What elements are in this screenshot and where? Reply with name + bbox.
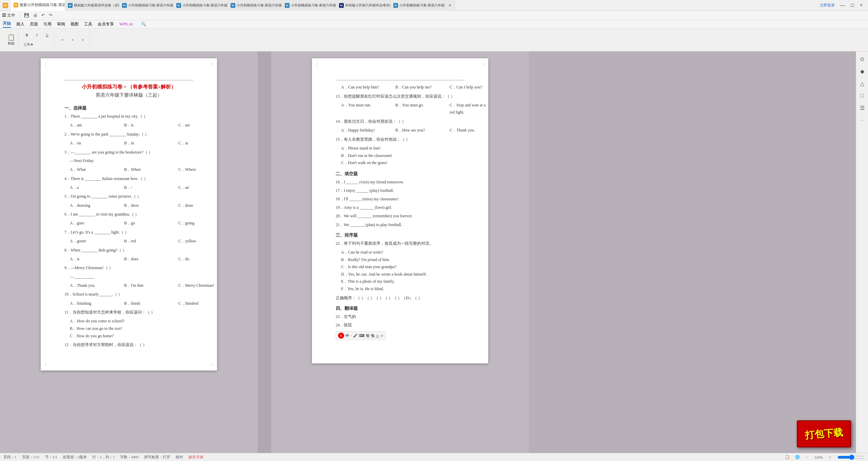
toolbar-undo[interactable]: ↶ [41, 13, 45, 18]
ribbon-paste[interactable]: 📋 粘贴 [6, 31, 16, 49]
sougou-mic[interactable]: 🎤 [353, 334, 358, 338]
status-section: 节：1/1 [45, 455, 57, 460]
sougou-triangle[interactable]: △ [376, 334, 379, 338]
menu-huiyuan[interactable]: 会员专享 [98, 21, 114, 27]
ribbon-font-size[interactable]: 三号▼ [22, 40, 35, 49]
right-panel-icon-5[interactable]: ☰ [857, 103, 867, 113]
question-12: 12．当你想寻求对方帮助时，你应该说：（ ） [64, 342, 193, 348]
tab-2[interactable]: W 模拟版六年级英语毕业卷（含答... [65, 0, 119, 11]
tab-icon-3: W [122, 3, 127, 8]
tab-1[interactable]: W 最新小升初模拟练习卷-英语-... × [11, 0, 65, 11]
tab-add[interactable]: + [445, 0, 455, 11]
sougou-inline-bar[interactable]: S 中 · 🎤 ⌨ 智 兔 △ ☆ [336, 331, 386, 340]
question-10: 10．School is nearly ______.（ ） [64, 291, 193, 298]
zoom-slider[interactable] [837, 455, 865, 460]
sougou-chinese[interactable]: 中 [346, 333, 349, 338]
view-normal[interactable]: 📄 [775, 455, 780, 459]
sougou-logo: S [338, 333, 344, 339]
toolbar-save[interactable]: 💾 [24, 13, 29, 18]
translate-q24: 24．医院 [336, 322, 465, 328]
tab-7[interactable]: W 外研版小升初六年级毕业考试卷.doc... [336, 0, 391, 11]
toolbar-file[interactable]: ☰ 文件 [2, 13, 15, 18]
close-btn[interactable]: × [857, 1, 865, 9]
tab-icon-6: W [285, 3, 290, 8]
right-panel-icon-6[interactable]: ··· [857, 115, 867, 125]
right-panel-icon-4[interactable]: □ [857, 91, 867, 100]
q3-options: A．What B．When C．Where [70, 166, 193, 174]
tab-3[interactable]: W 小升初模拟练习卷-英语六年级下册... [119, 0, 174, 11]
zoom-out[interactable]: － [805, 455, 809, 460]
tab-icon-7: W [339, 3, 344, 8]
q10-options: A．finishing B．finish C．finished [70, 300, 193, 307]
ribbon-align-center[interactable]: ≡ [68, 36, 77, 44]
tab-6[interactable]: W 小升初模拟练习卷-英语六年级下册... [282, 0, 336, 11]
sougou-keyboard[interactable]: ⌨ [359, 334, 364, 338]
register-btn[interactable]: 立即登录 [818, 2, 837, 8]
question-1: 1．There ________ a pet hospital in my ci… [64, 113, 193, 120]
sougou-rabbit[interactable]: 兔 [371, 333, 375, 338]
menu-kaishi[interactable]: 开始 [3, 21, 11, 28]
q5-options: A．drawing B．drew C．draw [70, 202, 193, 209]
menu-charu[interactable]: 插入 [16, 21, 24, 27]
ribbon-italic[interactable]: I [32, 31, 42, 40]
section-1-title: 一、选择题 [64, 105, 193, 111]
question-9: 9．—Merry Christmas!（ ） [64, 265, 193, 271]
menu-bar: 开始 插入 页面 引用 审阅 视图 工具 会员专享 WPS AI 🔍 [0, 20, 868, 28]
corner-tr: ┐ [211, 62, 214, 65]
status-bar: 页码：1 页面：1/11 节：1/1 设置值：2毫米 行：1，列：1 字数：44… [0, 453, 868, 461]
right-panel-icon-2[interactable]: ◆ [857, 66, 867, 76]
sort-answer: 正确顺序：（ ）（ ）（ ）（ ）（ ）（D）（ ） [336, 295, 465, 301]
ribbon-align-left[interactable]: ≡ [58, 36, 67, 44]
menu-shenyue[interactable]: 审阅 [57, 21, 65, 27]
ribbon-format: B I U 三号▼ [20, 30, 54, 50]
status-spell-check[interactable]: 拼写检查：打开 [144, 455, 170, 460]
right-page-scroll[interactable]: ┌ ┐ A．Can you help him? B．Can you help m… [271, 52, 529, 453]
doc-subtitle: 英语六年级下册详林版（三起） [64, 92, 193, 98]
status-proofread[interactable]: 校对 [176, 455, 183, 460]
download-badge[interactable]: 打包下载 [797, 420, 851, 447]
tab-5[interactable]: W 小升初模拟练习卷-英语六年级下册... [228, 0, 282, 11]
status-page-label: 页码：1 [3, 455, 17, 460]
zoom-level: 110% [814, 455, 823, 459]
question-11: 11．当你想知道对方怎样来学校，你应该问：（ ） [64, 309, 193, 316]
question-4: 4．There is ________ Italian restaurant h… [64, 176, 193, 182]
ribbon-bold[interactable]: B [22, 31, 32, 40]
left-page-scroll[interactable]: ┌ ┐ └ ┘ 小升初模拟练习卷－（有参考答案+解析） 英语六年级下册详林版（三… [0, 52, 258, 453]
ribbon-align-right[interactable]: ≡ [78, 36, 87, 44]
question-15: 15．有人在教室里跑，你会对他说：（ ） [336, 136, 465, 143]
corner-tl: ┌ [44, 62, 46, 65]
page-gap [258, 52, 271, 453]
right-panel-icon-3[interactable]: △ [857, 79, 867, 88]
view-outline[interactable]: 📋 [785, 455, 790, 459]
tab-icon-1: W [14, 3, 18, 7]
right-panel-icon-1[interactable]: ⊙ [857, 54, 867, 64]
menu-wpsai[interactable]: WPS AI [119, 22, 133, 27]
fill-q18: 18．I'll ______ (miss) my classmates! [336, 196, 465, 202]
question-5: 5．I'm going to ________ some pictures.（ … [64, 193, 193, 200]
doc-title: 小升初模拟练习卷－（有参考答案+解析） [64, 84, 193, 90]
q8-options: A．is B．does C．do [70, 256, 193, 263]
menu-shitu[interactable]: 视图 [71, 21, 79, 27]
q11-options: A．How do you come to school? B．How can y… [70, 318, 193, 340]
menu-yinyong[interactable]: 引用 [43, 21, 52, 27]
section-4-title: 四、翻译题 [336, 305, 465, 312]
zoom-in[interactable]: ＋ [828, 455, 832, 460]
view-web[interactable]: 🌐 [795, 455, 800, 459]
title-bar: W W 最新小升初模拟练习卷-英语-... × W 模拟版六年级英语毕业卷（含答… [0, 0, 868, 11]
q13-options: A．You must run. B．You must go. C．Stop an… [341, 102, 465, 116]
tab-8[interactable]: W 小升初模拟练习卷-英语六年级下册... [391, 0, 445, 11]
sort-intro: 22．将下列句子重新排序，使其成为一段完整的对话。 [336, 240, 465, 247]
toolbar-redo[interactable]: ↷ [49, 13, 52, 18]
toolbar-print[interactable]: 🖨 [33, 13, 37, 18]
menu-yemian[interactable]: 页面 [30, 21, 38, 27]
ribbon-underline[interactable]: U [42, 31, 52, 40]
sougou-star[interactable]: ☆ [380, 334, 383, 338]
sougou-ai[interactable]: 智 [366, 333, 370, 338]
tab-4[interactable]: W 小升初模拟练习卷-英语六年级下册... [174, 0, 228, 11]
status-font[interactable]: 缺失字体 [189, 455, 203, 460]
maximize-btn[interactable]: □ [848, 1, 856, 9]
q9-options: A．Thank you. B．I'm fine. C．Merry Christm… [70, 282, 193, 289]
minimize-btn[interactable]: — [837, 1, 848, 9]
menu-gongju[interactable]: 工具 [84, 21, 92, 27]
menu-search[interactable]: 🔍 [141, 22, 146, 27]
